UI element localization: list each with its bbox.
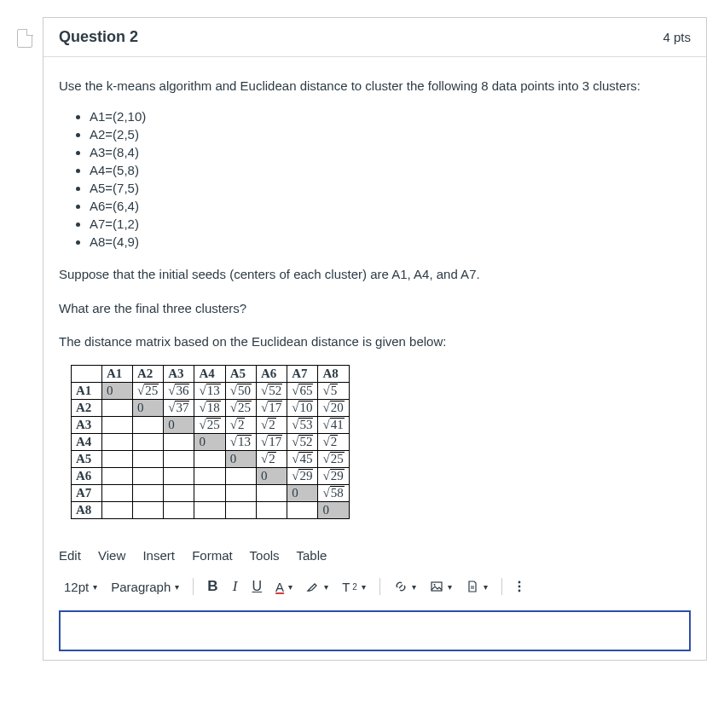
matrix-cell — [102, 400, 133, 417]
matrix-cell: √17 — [256, 434, 287, 451]
matrix-cell: √2 — [256, 417, 287, 434]
chevron-down-icon: ▾ — [91, 582, 97, 592]
matrix-row-header: A1 — [72, 383, 102, 400]
matrix-cell: √65 — [287, 383, 318, 400]
document-button[interactable]: ▾ — [460, 576, 493, 597]
matrix-cell — [102, 468, 133, 485]
image-button[interactable]: ▾ — [425, 576, 457, 597]
matrix-header-cell: A4 — [194, 366, 225, 383]
menu-insert[interactable]: Insert — [142, 548, 175, 563]
matrix-cell — [164, 451, 194, 468]
menu-format[interactable]: Format — [192, 548, 233, 563]
matrix-cell: √17 — [256, 400, 287, 417]
svg-point-1 — [433, 584, 435, 586]
matrix-cell: √53 — [287, 417, 318, 434]
question-points: 4 pts — [663, 30, 691, 44]
chevron-down-icon: ▾ — [173, 582, 179, 592]
matrix-cell: √52 — [256, 383, 287, 400]
italic-button[interactable]: I — [227, 575, 244, 598]
matrix-cell — [102, 485, 133, 502]
menu-table[interactable]: Table — [297, 548, 327, 563]
matrix-cell: √13 — [225, 434, 256, 451]
matrix-cell: √25 — [318, 451, 349, 468]
matrix-cell: √45 — [287, 451, 318, 468]
matrix-cell: 0 — [256, 468, 287, 485]
table-row: A20√37√18√25√17√10√20 — [72, 400, 350, 417]
more-button[interactable] — [511, 576, 528, 597]
matrix-cell — [225, 502, 256, 519]
menu-view[interactable]: View — [98, 548, 125, 563]
matrix-cell — [133, 417, 164, 434]
matrix-header-cell: A3 — [164, 366, 194, 383]
matrix-cell: √25 — [133, 383, 164, 400]
text-color-button[interactable]: A▾ — [270, 576, 298, 598]
menu-edit[interactable]: Edit — [59, 548, 81, 563]
superscript-button[interactable]: T2▾ — [337, 576, 371, 598]
matrix-cell — [194, 468, 225, 485]
list-item: A1=(2,10) — [90, 109, 691, 124]
chevron-down-icon: ▾ — [446, 582, 452, 592]
matrix-cell: 0 — [133, 400, 164, 417]
matrix-cell — [102, 434, 133, 451]
highlight-button[interactable]: ▾ — [301, 576, 333, 597]
matrix-header-cell: A5 — [225, 366, 256, 383]
chevron-down-icon: ▾ — [287, 582, 292, 592]
matrix-cell: √50 — [225, 383, 256, 400]
table-row: A70√58 — [72, 485, 350, 502]
list-item: A3=(8,4) — [90, 145, 691, 159]
distance-matrix: A1A2A3A4A5A6A7A8 A10√25√36√13√50√52√65√5… — [71, 365, 350, 519]
block-type-select[interactable]: Paragraph ▾ — [106, 576, 184, 598]
data-points-list: A1=(2,10) A2=(2,5) A3=(8,4) A4=(5,8) A5=… — [59, 109, 691, 249]
list-item: A6=(6,4) — [90, 199, 691, 213]
matrix-cell — [133, 502, 164, 519]
matrix-row-header: A2 — [72, 400, 102, 417]
matrix-cell — [225, 468, 256, 485]
matrix-cell — [194, 451, 225, 468]
matrix-cell — [102, 502, 133, 519]
matrix-cell: √29 — [287, 468, 318, 485]
matrix-header-cell: A6 — [256, 366, 287, 383]
link-button[interactable]: ▾ — [389, 576, 421, 597]
svg-point-2 — [518, 581, 520, 584]
matrix-cell — [256, 485, 287, 502]
matrix-row-header: A4 — [72, 434, 102, 451]
matrix-cell — [133, 434, 164, 451]
matrix-row-header: A7 — [72, 485, 102, 502]
table-row: A10√25√36√13√50√52√65√5 — [72, 383, 350, 400]
separator — [501, 578, 502, 595]
matrix-row-header: A6 — [72, 468, 102, 485]
matrix-cell: √37 — [164, 400, 194, 417]
table-row: A30√25√2√2√53√41 — [72, 417, 350, 434]
document-icon — [17, 29, 32, 48]
answer-editor[interactable] — [59, 610, 691, 651]
svg-point-3 — [518, 586, 520, 588]
chevron-down-icon: ▾ — [482, 582, 488, 592]
chevron-down-icon: ▾ — [410, 582, 416, 592]
matrix-cell: 0 — [102, 383, 133, 400]
separator — [193, 578, 194, 595]
highlight-icon — [306, 580, 320, 593]
matrix-cell — [164, 468, 194, 485]
matrix-cell: 0 — [287, 485, 318, 502]
matrix-intro: The distance matrix based on the Euclide… — [59, 332, 691, 351]
list-item: A5=(7,5) — [90, 181, 691, 195]
matrix-header-cell: A8 — [318, 366, 349, 383]
ask-text: What are the final three clusters? — [59, 298, 691, 318]
matrix-cell: √29 — [318, 468, 349, 485]
underline-button[interactable]: U — [247, 575, 268, 598]
matrix-cell — [256, 502, 287, 519]
image-icon — [430, 580, 443, 593]
table-row: A50√2√45√25 — [72, 451, 350, 468]
menu-tools[interactable]: Tools — [250, 548, 280, 563]
matrix-cell — [133, 468, 164, 485]
matrix-cell: √25 — [194, 417, 225, 434]
matrix-row-header: A5 — [72, 451, 102, 468]
font-size-select[interactable]: 12pt ▾ — [59, 576, 102, 598]
matrix-cell — [102, 451, 133, 468]
matrix-cell: √5 — [318, 383, 349, 400]
matrix-cell: √2 — [225, 417, 256, 434]
bold-button[interactable]: B — [202, 575, 223, 598]
seeds-text: Suppose that the initial seeds (centers … — [59, 264, 691, 284]
block-type-label: Paragraph — [111, 580, 171, 594]
matrix-cell — [225, 485, 256, 502]
